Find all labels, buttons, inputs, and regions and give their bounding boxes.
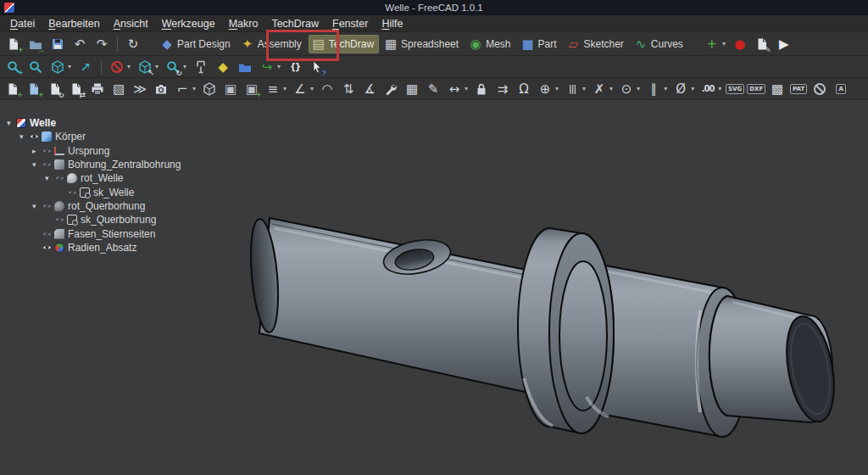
- remove-cosmetic-button[interactable]: [810, 80, 830, 98]
- update-page-button[interactable]: ⇄: [66, 80, 86, 98]
- export-dxf-button[interactable]: DXF: [746, 80, 766, 98]
- create-body-button[interactable]: ◆: [213, 58, 233, 76]
- tree-expand-arrow-icon[interactable]: ▾: [45, 174, 54, 182]
- dropdown-caret-icon[interactable]: ▾: [465, 85, 468, 92]
- sync-view-button[interactable]: ↗: [75, 58, 96, 76]
- cosmetic-line-button[interactable]: ✎: [423, 80, 443, 98]
- axonometric-view-button[interactable]: ▾: [47, 58, 74, 76]
- dropdown-caret-icon[interactable]: ▾: [691, 85, 694, 92]
- dropdown-caret-icon[interactable]: ▾: [192, 85, 196, 92]
- add-workbench-button[interactable]: +▾: [702, 35, 728, 53]
- selection-view-button[interactable]: ↖▾: [135, 58, 161, 76]
- print-page-button[interactable]: [87, 80, 108, 98]
- centerline-tools-button[interactable]: ⊕▾: [535, 80, 561, 98]
- menu-datei[interactable]: Datei: [3, 17, 42, 31]
- visibility-off-icon[interactable]: [42, 230, 54, 238]
- parallel-line-button[interactable]: ∥▾: [643, 80, 670, 98]
- tree-expand-arrow-icon[interactable]: ▸: [32, 147, 42, 155]
- tree-expand-arrow-icon[interactable]: ▾: [32, 202, 42, 210]
- dropdown-caret-icon[interactable]: ▾: [664, 85, 667, 92]
- folder-button[interactable]: [235, 58, 255, 76]
- tree-item-fasen_stiernseiten[interactable]: Fasen_Stiernseiten: [0, 226, 181, 240]
- 3d-viewport[interactable]: ▾Welle▾Körper▸Ursprung▾Bohrung_Zentralbo…: [0, 100, 868, 475]
- menu-hilfe[interactable]: Hilfe: [375, 17, 409, 31]
- dropdown-caret-icon[interactable]: ▾: [277, 63, 281, 70]
- export-svg-button[interactable]: SVG: [725, 80, 745, 98]
- tree-expand-arrow-icon[interactable]: ▾: [19, 132, 29, 141]
- visibility-off-icon[interactable]: [42, 147, 54, 155]
- measure-button[interactable]: [191, 58, 211, 76]
- hatch-pattern-button[interactable]: ▩: [767, 80, 787, 98]
- visibility-off-icon[interactable]: [42, 160, 54, 169]
- vertical-dimension-button[interactable]: ⇅: [338, 80, 359, 98]
- macro-edit-button[interactable]: ✎: [752, 35, 772, 53]
- position-views-button[interactable]: ⇉: [492, 80, 513, 98]
- section-view-button[interactable]: ⌐▾: [172, 80, 198, 98]
- tree-item-körper[interactable]: ▾Körper: [0, 130, 181, 143]
- symbol-button[interactable]: Ω: [514, 80, 534, 98]
- menu-ansicht[interactable]: Ansicht: [107, 17, 155, 31]
- workbench-assembly[interactable]: ✦Assembly: [237, 35, 307, 53]
- fit-all-button[interactable]: +: [3, 58, 24, 76]
- draw-style-button[interactable]: ▾: [107, 58, 133, 76]
- horizontal-dimension-button[interactable]: ↔▾: [444, 80, 470, 98]
- menu-techdraw[interactable]: TechDraw: [264, 17, 326, 31]
- active-view-button[interactable]: [151, 80, 171, 98]
- cosmetic-eraser-button[interactable]: ✗▾: [589, 80, 615, 98]
- menu-makro[interactable]: Makro: [222, 17, 265, 31]
- dropdown-caret-icon[interactable]: ▾: [582, 85, 586, 92]
- visibility-off-icon[interactable]: [42, 202, 54, 210]
- dropdown-caret-icon[interactable]: ▾: [637, 85, 640, 92]
- radius-dimension-button[interactable]: ◠: [317, 80, 337, 98]
- macro-play-button[interactable]: ▶: [774, 35, 794, 53]
- tree-expand-arrow-icon[interactable]: ▾: [7, 119, 16, 127]
- dropdown-caret-icon[interactable]: ▾: [310, 85, 314, 92]
- dropdown-caret-icon[interactable]: ▾: [155, 63, 159, 70]
- link-actions-button[interactable]: ↪▾: [257, 58, 283, 76]
- new-default-page-button[interactable]: +: [3, 80, 23, 98]
- dropdown-caret-icon[interactable]: ▾: [555, 85, 559, 92]
- repair-dimension-button[interactable]: [381, 80, 401, 98]
- dropdown-caret-icon[interactable]: ▾: [183, 63, 186, 70]
- visibility-off-icon[interactable]: [54, 174, 67, 182]
- tree-item-ursprung[interactable]: ▸Ursprung: [0, 144, 181, 158]
- annotation-button[interactable]: A: [831, 80, 851, 98]
- shaft-cylinder-end[interactable]: [709, 296, 842, 426]
- workbench-sketcher[interactable]: ▱Sketcher: [564, 35, 629, 53]
- new-page-from-template-button[interactable]: +: [24, 80, 44, 98]
- whats-this-button[interactable]: ?: [307, 58, 327, 76]
- open-document-button[interactable]: →: [25, 35, 46, 53]
- menu-werkzeuge[interactable]: Werkzeuge: [155, 17, 222, 31]
- dropdown-caret-icon[interactable]: ▾: [609, 85, 613, 92]
- workbench-curves[interactable]: ∿Curves: [631, 35, 688, 53]
- tree-item-rot_welle[interactable]: ▾rot_Welle: [0, 171, 181, 185]
- menu-fenster[interactable]: Fenster: [326, 17, 375, 31]
- decimal-places-button[interactable]: .00▾: [698, 80, 724, 98]
- center-mark-button[interactable]: ⊙▾: [616, 80, 643, 98]
- undo-button[interactable]: ↶: [70, 35, 90, 53]
- dropdown-caret-icon[interactable]: ▾: [127, 63, 131, 70]
- tree-item-rot_querborhung[interactable]: ▾rot_Querborhung: [0, 199, 181, 213]
- insert-image-button[interactable]: ▣: [220, 80, 241, 98]
- dimension-table-button[interactable]: ▦: [402, 80, 422, 98]
- visibility-on-icon[interactable]: [29, 132, 42, 141]
- new-document-button[interactable]: +: [3, 35, 24, 53]
- redraw-page-button[interactable]: ↻: [45, 80, 65, 98]
- dropdown-caret-icon[interactable]: ▾: [722, 40, 726, 48]
- insert-new-image-button[interactable]: ▣+: [242, 80, 262, 98]
- angle-dimension-button[interactable]: ∡: [359, 80, 380, 98]
- dimension-button[interactable]: ∠▾: [290, 80, 316, 98]
- dropdown-caret-icon[interactable]: ▾: [68, 63, 71, 70]
- dropdown-caret-icon[interactable]: ▾: [718, 85, 721, 92]
- clip-group-button[interactable]: ▧: [108, 80, 129, 98]
- save-document-button[interactable]: [47, 35, 68, 53]
- toggle-frames-button[interactable]: ≫: [130, 80, 150, 98]
- visibility-off-icon[interactable]: [54, 215, 67, 224]
- workbench-part[interactable]: ■Part: [517, 35, 561, 53]
- workbench-part-design[interactable]: ◆Part Design: [157, 35, 236, 53]
- projection-group-button[interactable]: [199, 80, 220, 98]
- tree-item-radien_absatz[interactable]: Radien_Absatz: [0, 241, 181, 254]
- expression-editor-button[interactable]: {}: [285, 58, 305, 76]
- zoom-tools-button[interactable]: ↻▾: [163, 58, 189, 76]
- tree-expand-arrow-icon[interactable]: ▾: [32, 160, 42, 169]
